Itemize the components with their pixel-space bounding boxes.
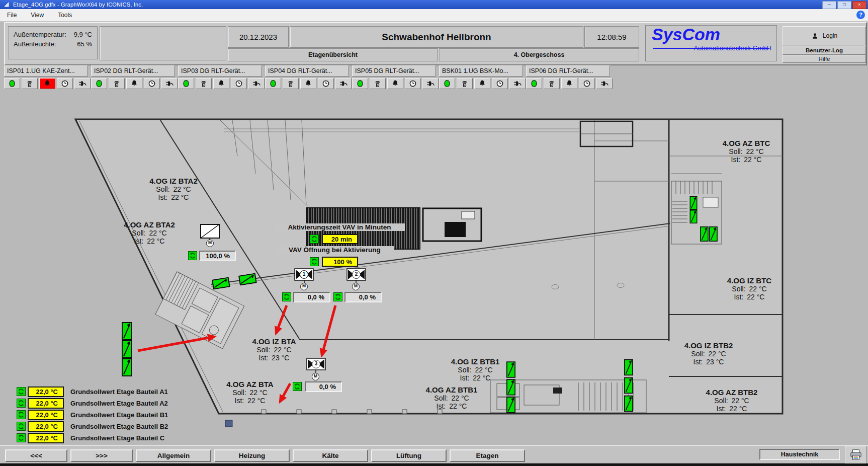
room-iz-btb2: 4.OG IZ BTB2 Soll:22 °C Ist:23 °C bbox=[671, 341, 746, 366]
room-az-bta: 4.OG AZ BTA Soll:22 °C Ist:22 °C bbox=[212, 380, 288, 405]
vav-box-2[interactable]: 2 bbox=[352, 270, 361, 279]
nav-heizung-button[interactable]: Heizung bbox=[214, 449, 290, 462]
setpoint-value[interactable]: 22,0 °C bbox=[28, 386, 64, 397]
status-strip bbox=[0, 463, 868, 466]
nav-prev-button[interactable]: <<< bbox=[5, 449, 67, 462]
setpoint-label: Grundsollwert Etage Bauteil A1 bbox=[70, 388, 168, 396]
vav2-position-value: 0,0 % bbox=[344, 292, 382, 302]
room-iz-bta2: 4.OG IZ BTA2 Soll:22 °C Ist:22 °C bbox=[136, 177, 211, 201]
printer-icon bbox=[849, 448, 862, 461]
dark-block bbox=[423, 208, 481, 241]
room-az-btb1: 4.OG AZ BTB1 Soll:22 °C Ist:22 °C bbox=[414, 385, 489, 410]
vav-box-3[interactable]: 3 bbox=[312, 360, 320, 368]
room-iz-bta: 4.OG IZ BTA Soll:22 °C Ist:23 °C bbox=[236, 337, 312, 362]
setpoint-recycle-icon[interactable] bbox=[310, 257, 319, 266]
ahu-speed-value: 100,0 % bbox=[199, 251, 236, 261]
vav3-position-value: 0,0 % bbox=[305, 381, 342, 392]
setpoint-value[interactable]: 22,0 °C bbox=[28, 433, 64, 443]
vav-box-1[interactable]: 1 bbox=[300, 270, 308, 279]
ahu-symbol bbox=[201, 224, 219, 240]
print-button[interactable] bbox=[845, 446, 867, 464]
room-iz-btb1: 4.OG IZ BTB1 Soll:22 °C Ist:22 °C bbox=[438, 357, 513, 382]
setpoint-label: Grundsollwert Etage Bauteil B2 bbox=[70, 423, 168, 430]
setpoint-value[interactable]: 22,0 °C bbox=[28, 410, 64, 420]
nav-etagen-button[interactable]: Etagen bbox=[450, 449, 525, 462]
setpoint-label: Grundsollwert Etage Bauteil C bbox=[70, 434, 164, 442]
vav-activation-value[interactable]: 20 min bbox=[322, 234, 358, 244]
setpoint-label: Grundsollwert Etage Bauteil A2 bbox=[70, 400, 168, 407]
setpoint-label: Grundsollwert Etage Bauteil B1 bbox=[70, 411, 168, 419]
nav-allgemein-button[interactable]: Allgemein bbox=[136, 449, 211, 462]
setpoint-recycle-icon[interactable] bbox=[17, 410, 26, 419]
setpoint-recycle-icon[interactable] bbox=[17, 387, 26, 396]
vav-opening-value[interactable]: 100 % bbox=[322, 257, 358, 267]
room-az-btc: 4.OG AZ BTC Soll:22 °C Ist:22 °C bbox=[709, 139, 784, 164]
vav-activation-label: Aktivierungszeit VAV in Minuten bbox=[274, 223, 405, 231]
motor-symbol: M bbox=[300, 283, 308, 290]
setpoint-recycle-icon[interactable] bbox=[293, 382, 302, 391]
nav-lueftung-button[interactable]: Lüftung bbox=[371, 449, 447, 462]
room-iz-btc: 4.OG IZ BTC Soll:22 °C Ist:22 °C bbox=[712, 276, 787, 301]
building-outline bbox=[75, 119, 783, 414]
setpoint-value[interactable]: 22,0 °C bbox=[28, 398, 64, 409]
nav-kaelte-button[interactable]: Kälte bbox=[293, 449, 368, 462]
setpoint-recycle-icon[interactable] bbox=[188, 251, 197, 260]
setpoint-value[interactable]: 22,0 °C bbox=[28, 421, 64, 432]
vav1-position-value: 0,0 % bbox=[293, 292, 330, 302]
room-az-bta2: 4.OG AZ BTA2 Soll:22 °C Ist:22 °C bbox=[112, 220, 187, 245]
motor-symbol: M bbox=[352, 283, 360, 290]
nav-next-button[interactable]: >>> bbox=[70, 449, 133, 462]
note-marker bbox=[225, 420, 232, 427]
vav-opening-label: VAV Öffnung bei Aktivierung bbox=[276, 246, 394, 254]
setpoint-recycle-icon[interactable] bbox=[17, 422, 26, 431]
setpoint-recycle-icon[interactable] bbox=[17, 433, 26, 442]
room-az-btb2: 4.OG AZ BTB2 Soll:22 °C Ist:22 °C bbox=[694, 388, 769, 413]
motor-symbol: M bbox=[206, 240, 214, 247]
haustechnik-field[interactable]: Haustechnik bbox=[759, 449, 840, 460]
motor-symbol: M bbox=[312, 373, 319, 380]
setpoint-recycle-icon[interactable] bbox=[17, 399, 26, 408]
setpoint-recycle-icon[interactable] bbox=[333, 292, 342, 301]
setpoint-recycle-icon[interactable] bbox=[282, 292, 291, 301]
setpoint-recycle-icon[interactable] bbox=[310, 235, 319, 244]
